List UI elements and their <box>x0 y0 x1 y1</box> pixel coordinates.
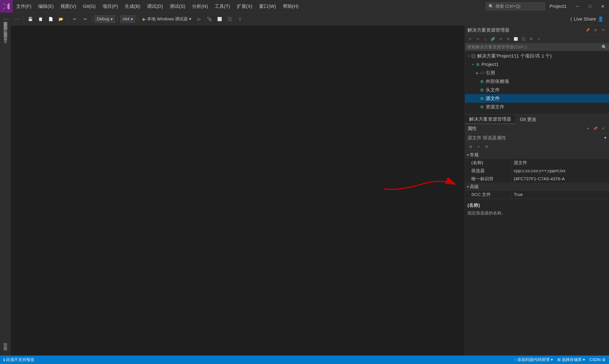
chevron-down-icon-2: ▾ <box>471 63 475 66</box>
props-list-icon[interactable]: ≡ <box>475 143 482 150</box>
sol-toolbar-btn-4[interactable]: 🔗 <box>490 36 496 42</box>
close-button[interactable]: ✕ <box>596 0 609 13</box>
toolbar-back-btn[interactable]: ⟵ <box>2 15 11 23</box>
debug-config-dropdown[interactable]: Debug ▾ <box>94 15 115 23</box>
props-desc-text: 指定筛选器的名称。 <box>467 210 607 216</box>
debug-config-arrow: ▾ <box>111 16 113 22</box>
minimize-button[interactable]: ─ <box>571 0 583 13</box>
sol-toolbar-btn-2[interactable]: ↪ <box>474 36 481 42</box>
references-item[interactable]: ▶ ○□ 引用 <box>465 69 609 77</box>
menu-analyze[interactable]: 分析(N) <box>189 0 211 13</box>
sidebar-source-control[interactable]: 源代码管理 <box>2 31 8 34</box>
menu-debug[interactable]: 调试(D) <box>144 0 166 13</box>
sidebar-debug[interactable]: 调试 <box>2 34 8 38</box>
left-sidebar: 解决方案资源管理器 源代码管理 调试 资源管理器 工具箱 工具 上端 通知 <box>0 26 11 355</box>
sol-toolbar-btn-8[interactable]: ⬛ <box>520 36 527 42</box>
csdn-item: CSDN ⚙ <box>589 357 606 362</box>
props-arrow-icon[interactable]: ▾ <box>584 125 591 132</box>
menu-help[interactable]: 帮助(H) <box>279 0 302 13</box>
menu-build[interactable]: 生成(B) <box>121 0 144 13</box>
sidebar-toolbox[interactable]: 工具箱 <box>2 41 8 45</box>
toolbar-redo-btn[interactable]: ↪ <box>81 15 89 23</box>
solution-explorer-panel: 解决方案资源管理器 📌 ⧉ ✕ ↩ ↪ ⌂ 🔗 ↺ ⏸ ⬜ ⬛ ⚙ ≡ <box>465 26 609 115</box>
search-icon: 🔍 <box>489 4 494 9</box>
menu-project[interactable]: 项目(P) <box>99 0 121 13</box>
search-box[interactable]: 🔍 搜索 (Ctrl+Q) <box>486 2 545 10</box>
maximize-button[interactable]: □ <box>583 0 596 13</box>
no-preview-status: ℹ 此项不支持预览 <box>3 357 34 363</box>
info-icon: ℹ <box>3 357 5 362</box>
prop-filter-row[interactable]: 筛选器 cpp;c;cc;cxx;c++;cppm;ixx <box>465 167 609 175</box>
sol-toolbar-btn-3[interactable]: ⌂ <box>482 36 489 42</box>
references-label: 引用 <box>486 70 495 76</box>
sidebar-top[interactable]: 上端 <box>2 349 8 352</box>
resource-files-item[interactable]: ⊞ 资源文件 <box>465 103 609 111</box>
toolbar-debug-btn[interactable]: ▷ <box>195 15 203 23</box>
toolbar-btn-2[interactable]: 📋 <box>36 15 45 23</box>
prop-name-row[interactable]: (名称) 源文件 <box>465 159 609 167</box>
header-files-item[interactable]: ⊞ 头文件 <box>465 86 609 94</box>
properties-header: 属性 ▾ 📌 ✕ <box>465 124 609 133</box>
run-button[interactable]: ▶ 本地 Windows 调试器 ▾ <box>141 15 193 23</box>
select-repo-btn[interactable]: ⊞ 选择存储库 ▾ <box>557 357 585 363</box>
sidebar-solution-explorer[interactable]: 解决方案资源管理器 <box>2 27 8 31</box>
sidebar-tools[interactable]: 工具 <box>2 45 8 48</box>
source-files-item[interactable]: ⊞ 源文件 <box>465 94 609 103</box>
menu-test[interactable]: 测试(S) <box>166 0 189 13</box>
solution-tree: ▾ ⬛ 解决方案'Project1'(1 个项目/共 1 个) ▾ ⊞ Proj… <box>465 51 609 114</box>
menu-extensions[interactable]: 扩展(X) <box>233 0 256 13</box>
platform-dropdown[interactable]: x64 ▾ <box>120 15 135 23</box>
tab-solution-explorer[interactable]: 解决方案资源管理器 <box>465 115 516 124</box>
toolbar-undo-btn[interactable]: ↩ <box>70 15 79 23</box>
pin-button[interactable]: 📌 <box>584 27 591 34</box>
sol-toolbar-btn-5[interactable]: ↺ <box>497 36 504 42</box>
toolbar-btn-4[interactable]: 📂 <box>57 15 65 23</box>
source-files-label: 源文件 <box>486 95 500 102</box>
solution-root[interactable]: ▾ ⬛ 解决方案'Project1'(1 个项目/共 1 个) <box>465 52 609 60</box>
sol-toolbar-btn-9[interactable]: ⚙ <box>528 36 534 42</box>
menu-window[interactable]: 窗口(W) <box>256 0 279 13</box>
close-panel-button[interactable]: ✕ <box>600 27 607 34</box>
vs-logo <box>0 0 13 13</box>
menu-tools[interactable]: 工具(T) <box>211 0 233 13</box>
toolbar-attach-btn[interactable]: 📎 <box>205 15 214 23</box>
sidebar-notifications[interactable]: 通知 <box>2 352 8 355</box>
props-grid-icon[interactable]: ⊞ <box>467 143 474 150</box>
prop-uid-row[interactable]: 唯一标识符 {4FC737F1-C7A5-4376-A <box>465 175 609 183</box>
sol-toolbar-btn-6[interactable]: ⏸ <box>505 36 512 42</box>
prop-scc-row[interactable]: SCC 文件 True <box>465 191 609 198</box>
menu-view[interactable]: 视图(V) <box>57 0 79 13</box>
solution-search[interactable]: 搜索解决方案资源管理器(Ctrl+;) 🔍 <box>465 43 609 51</box>
sidebar-explorer[interactable]: 资源管理器 <box>2 38 8 41</box>
chevron-down-icon: ▾ <box>467 54 471 58</box>
run-label: 本地 Windows 调试器 ▾ <box>147 16 191 22</box>
solution-explorer-toolbar: ↩ ↪ ⌂ 🔗 ↺ ⏸ ⬜ ⬛ ⚙ ≡ <box>465 35 609 43</box>
expand-icon: ▪ <box>467 152 468 157</box>
profile-icon: 👤 <box>598 16 604 22</box>
sol-toolbar-btn-10[interactable]: ≡ <box>535 36 542 42</box>
menu-git[interactable]: Git(G) <box>79 0 99 13</box>
project-root[interactable]: ▾ ⊞ Project1 <box>465 60 609 69</box>
add-to-source-btn[interactable]: ↑ 添加到源代码管理 ▾ <box>514 357 553 363</box>
toolbar-forward-btn[interactable]: ⟶ <box>12 15 21 23</box>
solution-icon: ⬛ <box>471 54 476 58</box>
menu-edit[interactable]: 编辑(E) <box>35 0 57 13</box>
live-share-button[interactable]: ⟨ Live Share 👤 <box>567 16 607 22</box>
menu-file[interactable]: 文件(F) <box>13 0 35 13</box>
props-close-button[interactable]: ✕ <box>600 125 607 132</box>
tab-git-changes[interactable]: Git 更改 <box>516 115 541 124</box>
platform-arrow: ▾ <box>131 16 133 22</box>
sol-toolbar-btn-7[interactable]: ⬜ <box>513 36 519 42</box>
toolbar-save-btn[interactable]: 💾 <box>26 15 35 23</box>
editor-area[interactable] <box>11 26 465 355</box>
toolbar-btn-6[interactable]: ⬛ <box>225 15 234 23</box>
toolbar-btn-5[interactable]: ⬜ <box>215 15 224 23</box>
props-filter-label: 源文件 筛选器属性 <box>467 135 506 141</box>
props-pin-button[interactable]: 📌 <box>592 125 599 132</box>
ext-dependencies-item[interactable]: ⊞ 外部依赖项 <box>465 77 609 86</box>
props-settings-icon[interactable]: ⚙ <box>483 143 490 150</box>
float-button[interactable]: ⧉ <box>592 27 599 34</box>
sol-toolbar-btn-1[interactable]: ↩ <box>467 36 473 42</box>
toolbar-btn-3[interactable]: 📄 <box>46 15 55 23</box>
toolbar-btn-7[interactable]: | <box>236 15 244 23</box>
